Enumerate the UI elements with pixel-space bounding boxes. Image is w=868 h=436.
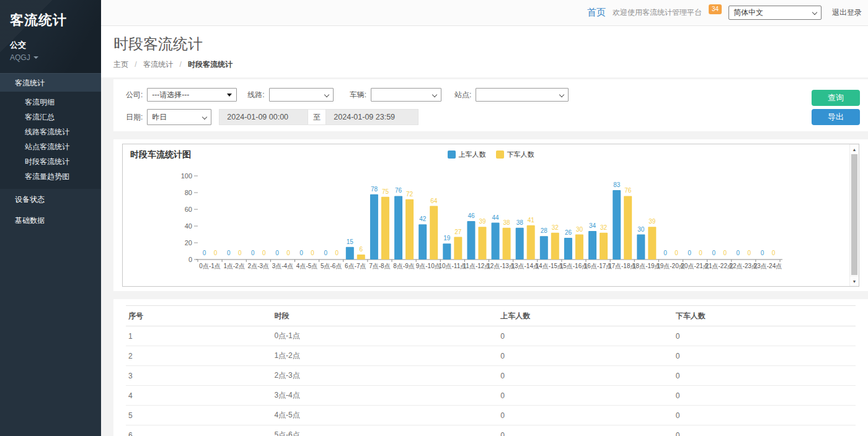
welcome-text: 欢迎使用客流统计管理平台	[613, 7, 702, 18]
bar-boarding	[540, 236, 548, 259]
date-label: 日期:	[126, 112, 143, 123]
scrollbar-thumb[interactable]	[851, 154, 857, 275]
sidebar-subitem[interactable]: 时段客流统计	[0, 154, 101, 169]
sidebar-subitem[interactable]: 客流量趋势图	[0, 169, 101, 184]
sidebar-subitem[interactable]: 客流汇总	[0, 110, 101, 124]
scroll-down-arrow-icon[interactable]: ▼	[850, 277, 859, 286]
legend-swatch-blue	[448, 150, 456, 159]
dropdown-triangle-icon	[227, 94, 232, 97]
breadcrumb-section[interactable]: 客流统计	[143, 60, 173, 69]
x-axis-label: 8点-9点	[393, 263, 414, 269]
home-link[interactable]: 首页	[587, 7, 606, 19]
y-axis-label: 80	[185, 189, 192, 196]
chevron-down-icon	[432, 92, 437, 97]
bar-value-label: 15	[347, 238, 354, 245]
bar-value-label: 0	[299, 250, 303, 256]
bar-value-label: 27	[454, 229, 462, 235]
bar-value-label: 0	[203, 250, 206, 256]
bar-alighting	[624, 196, 632, 259]
bar-value-label: 0	[227, 250, 231, 256]
bar-boarding	[418, 224, 427, 259]
bar-alighting	[405, 199, 414, 259]
sidebar: 客流统计 公交 AQGJ 客流统计 客流明细客流汇总线路客流统计站点客流统计时段…	[0, 0, 101, 436]
bar-value-label: 83	[613, 181, 621, 188]
bar-value-label: 0	[275, 250, 279, 256]
bar-value-label: 39	[479, 218, 486, 225]
date-start-input[interactable]: 2024-01-09 00:00	[219, 109, 308, 125]
table-header-row: 序号 时段 上车人数 下车人数	[126, 306, 856, 326]
app-title: 客流统计	[10, 11, 91, 30]
sidebar-section-passenger-stats[interactable]: 客流统计	[0, 73, 101, 92]
bar-value-label: 44	[492, 214, 500, 221]
chart-panel: 时段车流统计图 上车人数 下车人数 020406080100000点-1点001…	[113, 139, 868, 291]
bar-value-label: 0	[712, 250, 715, 256]
notification-badge: 34	[709, 4, 722, 14]
bar-value-label: 0	[772, 250, 776, 256]
chart-legend: 上车人数 下车人数	[448, 150, 534, 159]
table-body: 10点-1点0021点-2点0032点-3点0043点-4点0054点-5点00…	[126, 326, 856, 436]
col-header-index: 序号	[126, 306, 272, 326]
x-axis-label: 0点-1点	[199, 263, 220, 269]
sidebar-section-base-data[interactable]: 基础数据	[0, 210, 101, 231]
table-row: 65点-6点00	[126, 425, 856, 436]
breadcrumb-home[interactable]: 主页	[113, 60, 128, 69]
legend-alighting[interactable]: 下车人数	[496, 150, 534, 159]
sidebar-subitem[interactable]: 站点客流统计	[0, 139, 101, 154]
bar-value-label: 76	[624, 187, 632, 194]
x-axis-label: 4点-5点	[296, 263, 317, 269]
bar-value-label: 0	[324, 250, 327, 256]
bar-value-label: 78	[371, 186, 378, 193]
bar-value-label: 6	[360, 246, 363, 253]
chart-container: 时段车流统计图 上车人数 下车人数 020406080100000点-1点001…	[122, 144, 859, 287]
company-select[interactable]: ---请选择---	[147, 88, 237, 102]
bar-value-label: 42	[419, 216, 427, 222]
x-axis-label: 5点-6点	[321, 263, 342, 269]
breadcrumb-current: 时段客流统计	[188, 60, 232, 69]
language-select[interactable]: 简体中文	[728, 6, 822, 20]
bar-alighting	[381, 197, 389, 259]
org-selector[interactable]: AQGJ	[10, 53, 38, 62]
bar-value-label: 38	[516, 219, 524, 226]
y-axis-label: 60	[185, 206, 192, 213]
bar-value-label: 0	[311, 250, 314, 256]
line-select[interactable]	[269, 88, 334, 102]
bar-boarding	[346, 247, 354, 259]
bar-value-label: 75	[382, 188, 389, 195]
legend-boarding[interactable]: 上车人数	[448, 150, 486, 159]
bar-value-label: 0	[688, 250, 691, 256]
query-button[interactable]: 查询	[812, 90, 860, 106]
bar-alighting	[600, 233, 608, 259]
sidebar-subitem[interactable]: 客流明细	[0, 95, 101, 110]
org-code-label: AQGJ	[10, 53, 30, 62]
bar-value-label: 0	[262, 250, 266, 256]
sidebar-section-device-status[interactable]: 设备状态	[0, 189, 101, 210]
date-range-to-label: 至	[308, 109, 326, 125]
bar-value-label: 32	[600, 224, 608, 231]
content-area: 公司: ---请选择--- 线路: 车辆: 站点:	[101, 77, 868, 436]
y-axis-label: 20	[185, 239, 192, 246]
filter-panel: 公司: ---请选择--- 线路: 车辆: 站点:	[113, 79, 868, 131]
export-button[interactable]: 导出	[812, 109, 860, 125]
date-preset-select[interactable]: 昨日	[147, 109, 211, 125]
chart-scrollbar[interactable]: ▲ ▼	[849, 144, 859, 286]
station-label: 站点:	[454, 90, 471, 100]
station-select[interactable]	[476, 88, 569, 102]
vehicle-select[interactable]	[371, 88, 441, 102]
bar-value-label: 30	[637, 226, 645, 233]
table-panel: 序号 时段 上车人数 下车人数 10点-1点0021点-2点0032点-3点00…	[113, 299, 868, 436]
legend-swatch-yellow	[496, 150, 504, 159]
logout-link[interactable]: 退出登录	[828, 7, 862, 18]
chevron-down-icon	[324, 92, 329, 97]
bar-value-label: 39	[649, 218, 656, 225]
bar-value-label: 0	[699, 250, 702, 256]
company-select-value: ---请选择---	[152, 90, 189, 100]
scroll-up-arrow-icon[interactable]: ▲	[850, 145, 859, 154]
bar-value-label: 0	[335, 250, 339, 256]
bar-value-label: 28	[541, 227, 548, 234]
date-end-input[interactable]: 2024-01-09 23:59	[326, 109, 418, 125]
y-axis-label: 0	[188, 256, 192, 263]
bar-boarding	[370, 194, 378, 259]
x-axis-label: 3点-4点	[272, 263, 293, 269]
legend-label-alighting: 下车人数	[507, 150, 534, 159]
sidebar-subitem[interactable]: 线路客流统计	[0, 124, 101, 139]
